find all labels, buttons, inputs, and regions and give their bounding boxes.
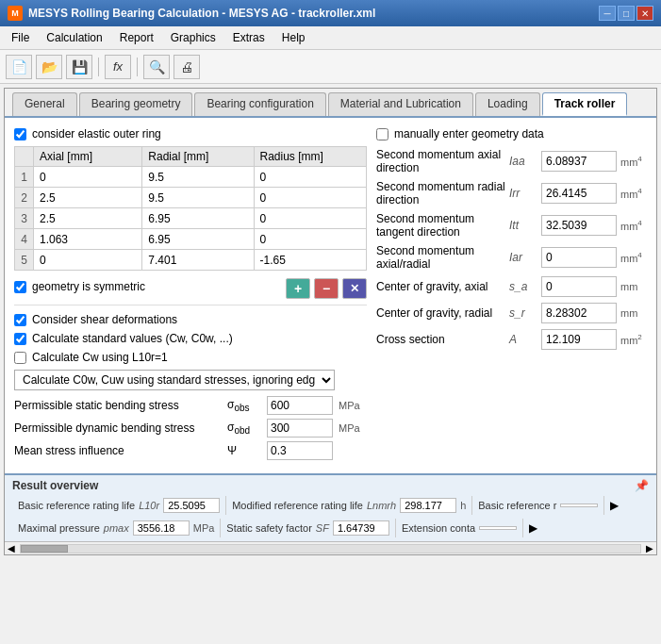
clear-rows-button[interactable]: ✕ bbox=[342, 278, 367, 299]
radius-input-1[interactable] bbox=[258, 171, 363, 184]
geometry-symmetric-checkbox[interactable] bbox=[14, 281, 26, 293]
menu-calculation[interactable]: Calculation bbox=[39, 28, 109, 47]
geometry-symmetric-label: geometry is symmetric bbox=[32, 280, 145, 293]
center-gravity-axial-label: Center of gravity, axial bbox=[376, 280, 505, 293]
scrollbar-track[interactable] bbox=[20, 544, 641, 553]
second-momentum-axial-input[interactable] bbox=[541, 151, 617, 172]
calculation-method-dropdown[interactable]: Calculate C0w, Cuw using standard stress… bbox=[14, 370, 335, 390]
row-radial-3[interactable] bbox=[142, 208, 254, 229]
center-gravity-radial-row: Center of gravity, radial s_r mm bbox=[376, 303, 647, 323]
tab-bearing-geometry[interactable]: Bearing geometry bbox=[79, 92, 193, 116]
title-bar: M MESYS Rolling Bearing Calculation - ME… bbox=[0, 0, 661, 26]
cw-l10r-checkbox[interactable] bbox=[14, 352, 26, 364]
radius-input-2[interactable] bbox=[258, 191, 363, 205]
tab-material-lubrication[interactable]: Material and Lubrication bbox=[328, 92, 473, 116]
row-axial-1[interactable] bbox=[34, 167, 142, 188]
menu-help[interactable]: Help bbox=[274, 28, 313, 47]
axial-input-5[interactable] bbox=[38, 254, 138, 267]
center-gravity-axial-input[interactable] bbox=[541, 276, 617, 297]
row-radius-3[interactable] bbox=[254, 208, 367, 229]
window-title: MESYS Rolling Bearing Calculation - MESY… bbox=[28, 7, 375, 20]
close-button[interactable]: ✕ bbox=[636, 6, 653, 21]
table-row: 4 bbox=[15, 229, 367, 250]
menu-graphics[interactable]: Graphics bbox=[163, 28, 223, 47]
mean-stress-input[interactable] bbox=[267, 441, 333, 460]
shear-deformations-checkbox[interactable] bbox=[14, 314, 26, 326]
horizontal-scrollbar[interactable]: ◀ ▶ bbox=[5, 541, 656, 554]
axial-input-4[interactable] bbox=[38, 233, 138, 246]
radial-input-2[interactable] bbox=[146, 191, 249, 205]
row-axial-3[interactable] bbox=[34, 208, 142, 229]
scrollbar-thumb[interactable] bbox=[21, 545, 68, 553]
mean-stress-row: Mean stress influence Ψ bbox=[14, 441, 367, 460]
radial-input-3[interactable] bbox=[146, 212, 249, 225]
row-axial-5[interactable] bbox=[34, 250, 142, 271]
second-momentum-radial-input[interactable] bbox=[541, 183, 617, 204]
result-pmax: Maximal pressure pmax 3556.18 MPa bbox=[12, 519, 221, 537]
row-radius-5[interactable] bbox=[254, 250, 367, 271]
permissible-static-input[interactable] bbox=[267, 396, 333, 415]
save-button[interactable]: 💾 bbox=[66, 55, 92, 79]
center-gravity-axial-unit: mm bbox=[620, 281, 647, 292]
row-radial-2[interactable] bbox=[142, 188, 254, 208]
tab-loading[interactable]: Loading bbox=[475, 92, 540, 116]
row-radial-5[interactable] bbox=[142, 250, 254, 271]
second-momentum-axial-radial-input[interactable] bbox=[541, 247, 617, 268]
row-axial-4[interactable] bbox=[34, 229, 142, 250]
row-axial-2[interactable] bbox=[34, 188, 142, 208]
open-button[interactable]: 📂 bbox=[36, 55, 62, 79]
radial-input-5[interactable] bbox=[146, 254, 249, 267]
permissible-dynamic-row: Permissible dynamic bending stress σobd … bbox=[14, 419, 367, 438]
main-content: General Bearing geometry Bearing configu… bbox=[4, 88, 657, 555]
result-pmax-key: Maximal pressure bbox=[18, 522, 100, 534]
print-preview-button[interactable]: 🔍 bbox=[143, 55, 170, 79]
second-momentum-axial-unit: mm4 bbox=[620, 155, 647, 168]
permissible-dynamic-input[interactable] bbox=[267, 419, 333, 438]
row-radius-2[interactable] bbox=[254, 188, 367, 208]
formula-button[interactable]: fx bbox=[105, 55, 131, 79]
row-radial-4[interactable] bbox=[142, 229, 254, 250]
cw-l10r-row: Calculate Cw using L10r=1 bbox=[14, 351, 367, 364]
axial-input-2[interactable] bbox=[38, 191, 138, 205]
result-scroll-btn-2[interactable]: ▶ bbox=[523, 519, 543, 537]
menu-report[interactable]: Report bbox=[112, 28, 161, 47]
second-momentum-axial-label: Second momentum axial direction bbox=[376, 148, 505, 174]
center-gravity-radial-input[interactable] bbox=[541, 303, 617, 323]
maximize-button[interactable]: □ bbox=[618, 6, 635, 21]
col-radial: Radial [mm] bbox=[142, 147, 254, 167]
new-button[interactable]: 📄 bbox=[6, 55, 32, 79]
manually-enter-geometry-checkbox[interactable] bbox=[376, 128, 388, 140]
cross-section-unit: mm2 bbox=[620, 333, 647, 346]
tab-bearing-configuration[interactable]: Bearing configuration bbox=[194, 92, 325, 116]
second-momentum-radial-unit: mm4 bbox=[620, 187, 647, 200]
axial-input-3[interactable] bbox=[38, 212, 138, 225]
elastic-outer-ring-checkbox[interactable] bbox=[14, 128, 26, 140]
print-button[interactable]: 🖨 bbox=[174, 55, 200, 79]
standard-values-checkbox[interactable] bbox=[14, 333, 26, 345]
row-radius-4[interactable] bbox=[254, 229, 367, 250]
divider-1 bbox=[14, 305, 367, 305]
row-radial-1[interactable] bbox=[142, 167, 254, 188]
tab-track-roller[interactable]: Track roller bbox=[542, 92, 628, 116]
minimize-button[interactable]: ─ bbox=[599, 6, 616, 21]
menu-file[interactable]: File bbox=[4, 28, 37, 47]
add-row-button[interactable]: + bbox=[286, 278, 310, 299]
cross-section-input[interactable] bbox=[541, 329, 617, 350]
menu-extras[interactable]: Extras bbox=[225, 28, 273, 47]
scroll-left-button[interactable]: ◀ bbox=[5, 543, 18, 553]
axial-input-1[interactable] bbox=[38, 171, 138, 184]
radial-input-4[interactable] bbox=[146, 233, 249, 246]
center-gravity-radial-label: Center of gravity, radial bbox=[376, 306, 505, 320]
result-scroll-btn[interactable]: ▶ bbox=[604, 496, 624, 515]
radius-input-4[interactable] bbox=[258, 233, 363, 246]
remove-row-button[interactable]: − bbox=[314, 278, 339, 299]
radius-input-5[interactable] bbox=[258, 254, 363, 267]
second-momentum-tangent-input[interactable] bbox=[541, 215, 617, 236]
scroll-right-button[interactable]: ▶ bbox=[643, 543, 656, 553]
row-radius-1[interactable] bbox=[254, 167, 367, 188]
radius-input-3[interactable] bbox=[258, 212, 363, 225]
result-sf-value: 1.64739 bbox=[333, 520, 389, 536]
tab-general[interactable]: General bbox=[12, 92, 77, 116]
radial-input-1[interactable] bbox=[146, 171, 249, 184]
result-pin-icon[interactable]: 📌 bbox=[635, 479, 649, 492]
